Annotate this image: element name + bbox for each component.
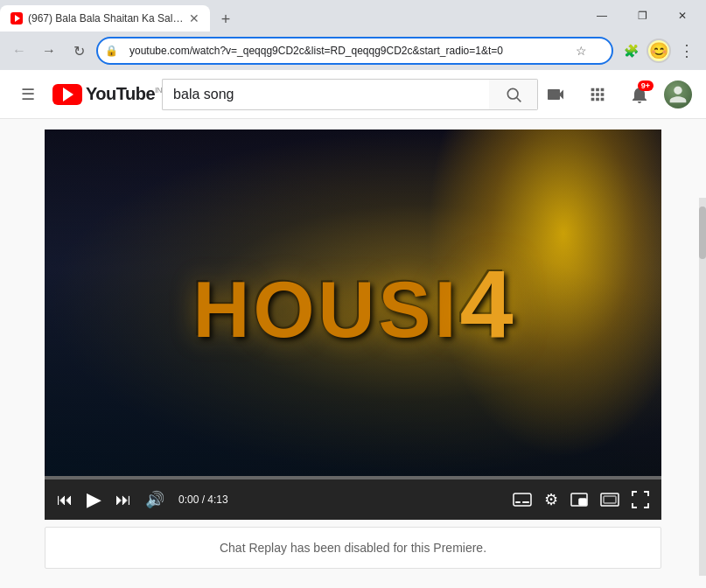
- play-button[interactable]: ▶: [83, 485, 105, 514]
- avatar-icon: [666, 82, 690, 107]
- navigation-bar: ← → ↻ 🔒 ☆ 🧩 😊 ⋮: [0, 32, 706, 70]
- video-player-container: HOUSI4 ⏮ ▶ ⏭ 🔊 0:00 / 4:13 ⚙: [45, 130, 661, 520]
- volume-button[interactable]: 🔊: [142, 486, 168, 513]
- subtitles-icon: [513, 493, 532, 507]
- tab-title: (967) Bala Bala Shaitan Ka Sala E...: [28, 12, 184, 24]
- nav-extras: 🧩 😊 ⋮: [619, 38, 699, 63]
- header-right: 9+: [538, 77, 692, 112]
- back-button[interactable]: ←: [7, 38, 31, 63]
- subtitles-button[interactable]: [509, 489, 535, 510]
- miniplayer-icon: [570, 493, 588, 507]
- video-controls: ⏮ ▶ ⏭ 🔊 0:00 / 4:13 ⚙: [45, 476, 661, 520]
- svg-rect-2: [514, 494, 531, 506]
- controls-right: ⚙: [509, 486, 653, 513]
- skip-prev-button[interactable]: ⏮: [53, 487, 76, 513]
- fullscreen-icon: [632, 491, 649, 508]
- scrollbar-thumb[interactable]: [699, 206, 706, 259]
- notification-badge: 9+: [638, 80, 654, 91]
- video-frame[interactable]: HOUSI4: [45, 130, 661, 476]
- svg-rect-4: [522, 501, 529, 503]
- video-title-main: HOUSI: [192, 265, 459, 355]
- chat-replay-message: Chat Replay has been disabled for this P…: [220, 541, 486, 555]
- create-video-button[interactable]: [538, 77, 573, 112]
- settings-button[interactable]: ⚙: [541, 486, 562, 513]
- time-display: 0:00 / 4:13: [178, 494, 228, 506]
- maximize-button[interactable]: ❐: [622, 0, 662, 32]
- new-tab-button[interactable]: +: [213, 7, 238, 32]
- fullscreen-button[interactable]: [628, 487, 653, 512]
- chat-replay-bar: Chat Replay has been disabled for this P…: [45, 527, 661, 569]
- search-bar: [162, 79, 538, 110]
- youtube-logo-icon: [52, 84, 82, 105]
- main-content: HOUSI4 ⏮ ▶ ⏭ 🔊 0:00 / 4:13 ⚙: [0, 119, 706, 576]
- svg-rect-3: [515, 501, 521, 503]
- controls-row: ⏮ ▶ ⏭ 🔊 0:00 / 4:13 ⚙: [45, 480, 661, 520]
- tab-close-button[interactable]: ✕: [189, 11, 199, 25]
- scrollbar[interactable]: [699, 198, 706, 576]
- youtube-header: ☰ YouTubeIN 9+: [0, 70, 706, 119]
- youtube-play-triangle: [63, 88, 73, 102]
- search-button[interactable]: [489, 79, 538, 110]
- apps-button[interactable]: [580, 77, 615, 112]
- window-controls: — ❐ ✕: [582, 0, 706, 32]
- address-bar[interactable]: [96, 37, 613, 65]
- chrome-menu-button[interactable]: ⋮: [675, 38, 699, 63]
- search-icon: [505, 86, 522, 103]
- theater-icon: [600, 493, 619, 507]
- search-input[interactable]: [162, 79, 489, 110]
- svg-rect-6: [579, 499, 586, 505]
- youtube-logo-text: YouTubeIN: [86, 84, 162, 104]
- address-bar-container: 🔒 ☆: [96, 37, 613, 65]
- video-title-display: HOUSI4: [192, 248, 513, 359]
- hamburger-menu[interactable]: ☰: [14, 78, 42, 111]
- notifications-button[interactable]: 9+: [622, 77, 657, 112]
- browser-tab[interactable]: (967) Bala Bala Shaitan Ka Sala E... ✕: [0, 5, 210, 32]
- header-left: ☰ YouTubeIN: [14, 78, 162, 111]
- create-icon: [545, 84, 566, 105]
- skip-next-button[interactable]: ⏭: [112, 487, 135, 513]
- lock-icon: 🔒: [105, 45, 118, 57]
- tab-favicon: [10, 12, 23, 24]
- video-title-number: 4: [459, 248, 513, 359]
- miniplayer-button[interactable]: [567, 489, 591, 510]
- close-button[interactable]: ✕: [662, 0, 703, 32]
- svg-rect-8: [604, 496, 616, 503]
- reload-button[interactable]: ↻: [66, 38, 91, 63]
- user-avatar[interactable]: [664, 80, 692, 108]
- theater-button[interactable]: [597, 489, 623, 510]
- minimize-button[interactable]: —: [582, 0, 622, 32]
- bookmark-icon[interactable]: ☆: [576, 44, 587, 58]
- extension-icon[interactable]: 🧩: [619, 38, 643, 63]
- apps-icon: [588, 85, 607, 104]
- profile-avatar[interactable]: 😊: [647, 38, 671, 63]
- forward-button[interactable]: →: [37, 38, 61, 63]
- svg-point-0: [507, 88, 518, 99]
- svg-line-1: [516, 97, 521, 102]
- youtube-logo[interactable]: YouTubeIN: [52, 84, 162, 105]
